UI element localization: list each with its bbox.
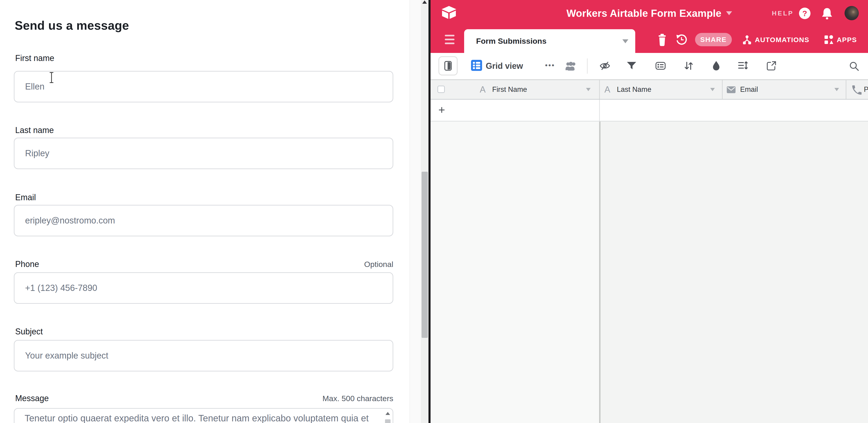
toolbar-divider [587,58,588,73]
message-label: Message [15,394,49,403]
apps-label: APPS [837,36,857,44]
message-field[interactable]: Tenetur optio quaerat expedita vero et i… [14,409,393,423]
apps-button[interactable]: APPS [824,27,857,53]
message-max-note: Max. 500 characters [322,394,393,403]
share-view-icon[interactable] [766,60,777,71]
last-name-label: Last name [15,125,54,135]
airtable-topbar: Workers Airtable Form Example HELP ? [431,0,868,27]
airtable-tabbar: Form Submissions SHARE [431,27,868,53]
grid-empty-area-right [600,122,868,423]
subject-field[interactable] [14,340,393,371]
add-record-plus-icon[interactable]: + [438,100,445,121]
apps-icon [824,35,834,45]
panel-icon [444,61,452,71]
phone-label: Phone [15,260,39,269]
trash-icon[interactable] [657,33,667,46]
table-tab-label: Form Submissions [476,29,547,53]
sort-icon[interactable] [683,60,694,71]
automations-icon [742,35,752,45]
search-icon[interactable] [849,61,859,71]
collaborators-icon[interactable] [565,61,577,72]
column-header-first-name[interactable]: First Name [492,80,527,99]
window-divider [429,0,431,423]
column-menu-chevron-icon[interactable] [834,88,839,91]
view-more-button[interactable]: ••• [545,53,555,79]
column-header-email[interactable]: Email [740,80,758,99]
base-title: Workers Airtable Form Example [566,8,721,19]
column-divider [846,80,846,99]
first-name-field[interactable] [14,71,393,102]
history-icon[interactable] [676,34,687,46]
airtable-pane: Workers Airtable Form Example HELP ? For… [431,0,868,423]
column-header-last-name[interactable]: Last Name [617,80,651,99]
email-field[interactable] [14,205,393,236]
text-cursor-icon [48,72,55,83]
phone-field[interactable] [14,272,393,304]
phone-optional-note: Optional [364,260,393,269]
help-button[interactable]: HELP [772,0,794,27]
help-question-icon[interactable]: ? [799,8,810,19]
first-name-label: First name [15,53,54,63]
row-height-icon[interactable] [737,60,748,71]
view-name[interactable]: Grid view [486,53,523,79]
color-icon[interactable] [711,60,722,71]
select-all-checkbox[interactable] [437,86,445,93]
automations-button[interactable]: AUTOMATIONS [742,27,809,53]
table-tab-form-submissions[interactable]: Form Submissions [464,29,635,53]
user-avatar[interactable] [844,6,859,20]
view-toolbar: Grid view ••• [431,53,868,79]
scrollbar-up-arrow-icon[interactable] [422,0,427,4]
share-button[interactable]: SHARE [695,33,732,46]
table-tab-chevron-icon[interactable] [622,39,628,43]
grid-view-icon[interactable] [471,60,482,71]
form-pane-gutter [409,0,421,423]
page-title: Send us a message [15,19,129,32]
grid-empty-area-left [431,122,599,423]
window-scrollbar[interactable] [421,0,429,423]
column-divider [599,80,600,99]
column-divider [722,80,723,99]
filter-icon[interactable] [626,60,637,71]
contact-form-pane: Send us a message First name Last name E… [0,0,409,423]
column-menu-chevron-icon[interactable] [710,88,715,91]
automations-label: AUTOMATIONS [755,36,809,44]
notifications-bell-icon[interactable] [822,7,833,19]
text-field-type-icon: A [480,80,486,99]
subject-label: Subject [15,327,43,336]
add-record-row[interactable]: + [431,100,868,122]
column-header-phone[interactable]: Phone [864,80,868,99]
phone-field-type-icon [852,85,862,95]
group-icon[interactable] [655,60,666,71]
text-field-type-icon: A [604,80,610,99]
scrollbar-thumb[interactable] [422,172,428,338]
email-field-type-icon [727,86,736,93]
email-label: Email [15,193,36,202]
message-field-box: Tenetur optio quaerat expedita vero et i… [14,408,393,423]
hide-fields-icon[interactable] [599,60,611,71]
last-name-field[interactable] [14,138,393,169]
view-sidebar-toggle-button[interactable] [438,56,458,75]
table-header-row: A First Name A Last Name Email Phone [431,80,868,100]
chevron-down-icon [726,11,732,15]
column-divider [599,100,600,121]
column-menu-chevron-icon[interactable] [586,88,591,91]
